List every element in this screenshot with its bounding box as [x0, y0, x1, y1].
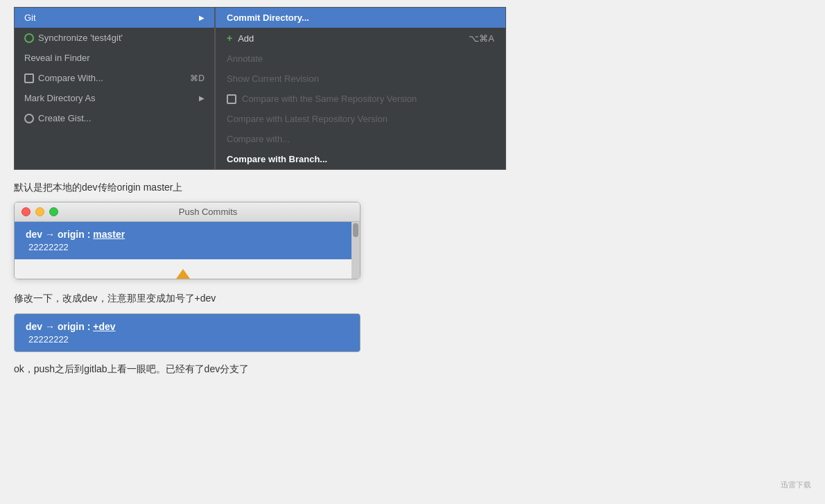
branch-name-1: master — [93, 229, 125, 240]
traffic-light-red[interactable] — [21, 207, 31, 216]
window-frame: Push Commits dev → origin : master 22222… — [14, 202, 361, 279]
compare-icon — [24, 73, 34, 83]
git-label: Git — [24, 12, 36, 23]
branch-line-2: dev → origin : +dev — [26, 321, 349, 332]
menu-item-compare-latest: Compare with Latest Repository Version — [216, 109, 505, 129]
window-titlebar: Push Commits — [15, 202, 360, 222]
commit-row-2: dev → origin : +dev 22222222 — [15, 314, 360, 351]
compare-latest-label: Compare with Latest Repository Version — [227, 114, 388, 124]
window-title: Push Commits — [63, 207, 353, 217]
menu-item-mark[interactable]: Mark Directory As ▶ — [15, 88, 214, 108]
menu-item-annotate: Annotate — [216, 49, 505, 69]
compare-same-icon — [227, 94, 236, 104]
menu-item-compare-same: Compare with the Same Repository Version — [216, 89, 505, 109]
compare-shortcut: ⌘D — [190, 73, 205, 83]
compare-with-label: Compare with... — [227, 134, 290, 144]
scrollbar[interactable] — [351, 222, 360, 279]
traffic-light-green[interactable] — [49, 207, 58, 216]
triangle-up-icon — [176, 269, 190, 279]
window-body: dev → origin : master 22222222 — [15, 222, 360, 279]
menu-item-compare-branch[interactable]: Compare with Branch... — [216, 149, 505, 169]
synchronize-label: Synchronize 'test4git' — [38, 33, 123, 43]
menu-item-show-revision: Show Current Revision — [216, 69, 505, 89]
gist-icon — [24, 114, 34, 123]
annotate-label: Annotate — [227, 53, 263, 64]
paragraph-1: 默认是把本地的dev传给origin master上 — [14, 180, 811, 195]
show-revision-label: Show Current Revision — [227, 73, 319, 84]
compare-same-label: Compare with the Same Repository Version — [242, 94, 417, 104]
branch-name-2: +dev — [93, 321, 115, 332]
add-shortcut: ⌥⌘A — [469, 33, 494, 44]
paragraph-3: ok，push之后到gitlab上看一眼吧。已经有了dev分支了 — [14, 363, 811, 376]
scroll-thumb[interactable] — [353, 223, 358, 237]
menu-item-reveal[interactable]: Reveal in Finder — [15, 48, 214, 68]
gist-label: Create Gist... — [38, 113, 92, 123]
commit-row-1: dev → origin : master 22222222 — [15, 222, 351, 259]
context-menu-area: Git ▶ Synchronize 'test4git' Reveal in F… — [14, 7, 811, 170]
compare-label: Compare With... — [38, 73, 103, 83]
menu-item-commit[interactable]: Commit Directory... — [216, 8, 505, 28]
menu-item-compare-with: Compare with... — [216, 129, 505, 149]
menu-item-git[interactable]: Git ▶ — [15, 8, 214, 28]
commit-hash-2: 22222222 — [26, 334, 349, 345]
window-body-main: dev → origin : master 22222222 — [15, 222, 351, 279]
push-commits-window: Push Commits dev → origin : master 22222… — [14, 202, 361, 282]
sync-icon — [24, 33, 34, 43]
menu-item-gist[interactable]: Create Gist... — [15, 108, 214, 128]
right-context-menu: Commit Directory... + Add ⌥⌘A Annotate S… — [215, 7, 506, 170]
mark-arrow-icon: ▶ — [199, 94, 205, 102]
arrow-row — [15, 259, 351, 279]
traffic-light-yellow[interactable] — [35, 207, 44, 216]
menu-item-add[interactable]: + Add ⌥⌘A — [216, 28, 505, 49]
commit-hash-1: 22222222 — [26, 242, 340, 252]
compare-branch-label: Compare with Branch... — [227, 154, 327, 164]
commit-box-2: dev → origin : +dev 22222222 — [14, 313, 361, 352]
commit-label: Commit Directory... — [227, 12, 309, 23]
menu-item-synchronize[interactable]: Synchronize 'test4git' — [15, 28, 214, 48]
menu-item-compare[interactable]: Compare With... ⌘D — [15, 68, 214, 88]
left-context-menu: Git ▶ Synchronize 'test4git' Reveal in F… — [14, 7, 215, 170]
reveal-label: Reveal in Finder — [24, 53, 90, 63]
mark-label: Mark Directory As — [24, 93, 96, 103]
add-label: Add — [238, 33, 254, 44]
paragraph-2: 修改一下，改成dev，注意那里变成加号了+dev — [14, 290, 811, 306]
plus-icon: + — [227, 33, 232, 44]
watermark: 迅雷下载 — [781, 480, 811, 490]
branch-line-1: dev → origin : master — [26, 229, 340, 240]
arrow-icon: ▶ — [199, 14, 205, 21]
